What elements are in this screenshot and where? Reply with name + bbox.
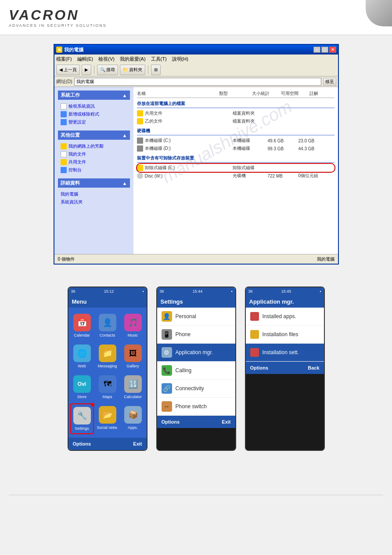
we-filetype-user: 檔案資料夾 xyxy=(233,118,268,124)
appmgr-item-installed[interactable]: Installed apps. xyxy=(246,308,324,326)
we-col-avail-header: 可用空間 xyxy=(281,91,310,97)
table-row[interactable]: 乙的文件 檔案資料夾 xyxy=(137,117,334,125)
phone-menu-title: Menu xyxy=(72,298,87,305)
calendar-label: Calendar xyxy=(74,333,90,337)
menu-item-apps[interactable]: 📦 Apps. xyxy=(121,403,145,434)
settings-item-phone[interactable]: 📱 Phone xyxy=(157,326,235,344)
phone-menu-grid: 📅 Calendar 👤 Contacts 🎵 Music 🌐 Web xyxy=(68,308,147,438)
menu-item-gallery[interactable]: 🖼 Gallery xyxy=(121,342,145,371)
menu-item-social[interactable]: 📂 Social netw. xyxy=(96,403,119,434)
we-panel-item-settings[interactable]: 變更設定 xyxy=(61,118,127,126)
phone-appmgr-options[interactable]: Options xyxy=(250,365,269,370)
we-panel-item-controlpanel[interactable]: 控制台 xyxy=(61,166,127,174)
we-minimize-button[interactable]: ─ xyxy=(313,47,320,53)
we-menu-view[interactable]: 檢視(V) xyxy=(98,56,115,62)
we-menu-edit[interactable]: 編輯(E) xyxy=(77,56,94,62)
settings-label-calling: Calling xyxy=(176,367,192,374)
menu-item-messaging[interactable]: 📁 Messaging xyxy=(96,342,119,371)
we-view-button[interactable]: ⊞ xyxy=(151,65,161,75)
appmgr-item-settings[interactable]: Installation sett. xyxy=(246,344,324,362)
we-menu-favorites[interactable]: 我的最愛(A) xyxy=(120,56,146,62)
menu-item-calculator[interactable]: 🔢 Calculator xyxy=(121,373,145,402)
we-address-input[interactable] xyxy=(74,78,321,86)
settings-icon: 🔧 xyxy=(73,407,91,424)
menu-item-settings[interactable]: 🔧 Settings xyxy=(70,403,94,434)
table-row[interactable]: 本機磁碟 (C:) 本機磁碟 49.6 GB 23.0 GB xyxy=(137,137,334,145)
we-back-button[interactable]: ◀ 上一頁 xyxy=(56,65,80,75)
apps-label: Apps. xyxy=(128,425,138,430)
we-section-system[interactable]: 系統工作 ▲ xyxy=(58,91,130,100)
we-go-button[interactable]: 移至 xyxy=(323,78,336,86)
we-disc-icon-w xyxy=(137,173,143,179)
we-column-headers: 名稱 類型 大小統計 可用空間 註解 xyxy=(137,91,334,98)
we-panel-item-sysinfo2[interactable]: 系統資訊夾 xyxy=(61,198,127,206)
phone-settings-screen: 36 15:44 ▪ Settings 👤 Personal 📱 Phone ⚙ xyxy=(157,287,235,428)
menu-item-store[interactable]: Ovi Store xyxy=(70,373,94,402)
we-menu-tools[interactable]: 工具(T) xyxy=(151,56,167,62)
we-section-other[interactable]: 其他位置 ▲ xyxy=(58,131,130,140)
menu-item-calendar[interactable]: 📅 Calendar xyxy=(70,311,94,340)
menu-item-web[interactable]: 🌐 Web xyxy=(70,342,94,371)
calling-icon: 📞 xyxy=(162,365,172,376)
installation-sett-icon xyxy=(250,348,259,357)
we-panel-item-addremove[interactable]: 新增或移除程式 xyxy=(61,110,127,118)
we-col-name-header: 名稱 xyxy=(137,91,219,97)
settings-item-appmgr[interactable]: ⚙ Application mgr. xyxy=(157,344,235,362)
we-sysinfo-icon xyxy=(61,103,67,109)
table-row[interactable]: 卸除式磁碟 (E:) 卸除式磁碟 xyxy=(137,164,334,172)
appmgr-item-files[interactable]: Installation files xyxy=(246,326,324,344)
footer-area xyxy=(0,460,392,555)
appmgr-label-settings: Installation sett. xyxy=(263,349,299,355)
table-row[interactable]: Disc (W:) 光碟機 722 MB 0個位元組 xyxy=(137,172,334,180)
we-panel-item-network[interactable]: 我的網路上的芳鄰 xyxy=(61,142,127,150)
phone-settings-options[interactable]: Options xyxy=(162,419,180,424)
gallery-label: Gallery xyxy=(126,364,139,368)
we-controlpanel-icon xyxy=(61,167,67,173)
header: VACRON ADVANCES IN SECURITY SOLUTIONS xyxy=(0,0,392,35)
phone-menu-options[interactable]: Options xyxy=(73,441,91,446)
we-addremove-icon xyxy=(61,111,67,117)
menu-item-music[interactable]: 🎵 Music xyxy=(121,311,145,340)
we-hdd-icon-d xyxy=(137,145,143,152)
we-folders-button[interactable]: 📁 資料夾 xyxy=(120,65,145,75)
we-right-panel: 名稱 類型 大小統計 可用空間 註解 存放在這部電腦上的檔案 共用文件 檔案資料… xyxy=(133,87,338,254)
phone-settings-frame: 36 15:44 ▪ Settings 👤 Personal 📱 Phone ⚙ xyxy=(156,287,236,451)
web-label: Web xyxy=(78,364,86,368)
we-maximize-button[interactable]: □ xyxy=(321,47,328,53)
we-col-type-header: 類型 xyxy=(219,91,252,97)
phone-menu-signal: 36 xyxy=(71,289,76,294)
we-menubar: 檔案(F) 編輯(E) 檢視(V) 我的最愛(A) 工具(T) 說明(H) xyxy=(54,54,338,63)
we-menu-file[interactable]: 檔案(F) xyxy=(56,56,72,62)
phoneswitch-icon: ↔ xyxy=(162,401,172,412)
we-close-button[interactable]: ✕ xyxy=(329,47,336,53)
we-panel-item-mydocs[interactable]: 我的文件 xyxy=(61,150,127,158)
we-menu-help[interactable]: 說明(H) xyxy=(172,56,188,62)
we-removable-type-e: 卸除式磁碟 xyxy=(233,165,268,171)
table-row[interactable]: 本機磁碟 (D:) 本機磁碟 99.3 GB 44.3 GB xyxy=(137,145,334,152)
we-disc-size-w: 722 MB xyxy=(268,174,298,178)
phone-settings-exit[interactable]: Exit xyxy=(222,419,230,424)
we-panel-item-sysinfo[interactable]: 檢視系統資訊 xyxy=(61,102,127,110)
settings-item-personal[interactable]: 👤 Personal xyxy=(157,308,235,326)
installation-files-icon xyxy=(250,330,259,339)
settings-item-connectivity[interactable]: 🔗 Connectivity xyxy=(157,380,235,398)
settings-item-phoneswitch[interactable]: ↔ Phone switch xyxy=(157,398,235,416)
messaging-icon: 📁 xyxy=(99,345,116,362)
we-search-button[interactable]: 🔍 搜尋 xyxy=(97,65,118,75)
we-forward-button[interactable]: ▶ xyxy=(82,65,91,75)
table-row[interactable]: 共用文件 檔案資料夾 xyxy=(137,109,334,117)
we-panel-item-mypc[interactable]: 我的電腦 xyxy=(61,190,127,198)
settings-label-appmgr: Application mgr. xyxy=(176,349,213,355)
we-hdd-type-c: 本機磁碟 xyxy=(233,138,268,144)
menu-item-maps[interactable]: 🗺 Maps xyxy=(96,373,119,402)
we-disc-avail-w: 0個位元組 xyxy=(298,173,329,179)
main-content-area: 🖥 我的電腦 ─ □ ✕ 檔案(F) 編輯(E) 檢視(V) 我的最愛(A) 工… xyxy=(0,35,392,273)
contacts-label: Contacts xyxy=(100,333,115,337)
settings-item-calling[interactable]: 📞 Calling xyxy=(157,362,235,380)
phone-menu-bottom-bar: Options Exit xyxy=(68,438,147,450)
phone-appmgr-back[interactable]: Back xyxy=(308,365,319,370)
we-panel-item-shared[interactable]: 共用文件 xyxy=(61,158,127,166)
menu-item-contacts[interactable]: 👤 Contacts xyxy=(96,311,119,340)
we-section-details[interactable]: 詳細資料 ▲ xyxy=(58,178,130,188)
phone-menu-exit[interactable]: Exit xyxy=(133,441,142,446)
